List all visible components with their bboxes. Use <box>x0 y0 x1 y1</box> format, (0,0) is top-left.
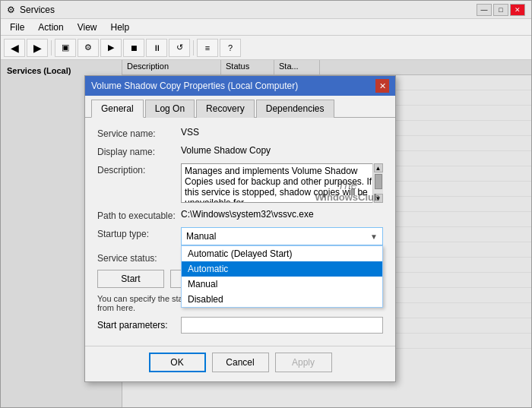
start-params-row: Start parameters: <box>97 317 383 334</box>
display-name-label: Display name: <box>97 145 181 157</box>
description-label: Description: <box>97 163 181 176</box>
menu-view[interactable]: View <box>71 21 103 34</box>
apply-button[interactable]: Apply <box>275 353 332 372</box>
window-title: Services <box>20 5 55 15</box>
title-bar-left: ⚙ Services <box>7 5 55 15</box>
menu-file[interactable]: File <box>4 21 30 34</box>
dropdown-item-delayed[interactable]: Automatic (Delayed Start) <box>182 246 382 261</box>
cancel-button[interactable]: Cancel <box>212 353 269 372</box>
startup-row: Startup type: Manual ▼ Automatic (Delaye… <box>97 227 383 245</box>
startup-select[interactable]: Manual ▼ <box>181 227 383 245</box>
dialog-title: Volume Shadow Copy Properties (Local Com… <box>91 81 298 91</box>
startup-dropdown: Automatic (Delayed Start) Automatic Manu… <box>181 245 383 308</box>
service-name-value: VSS <box>181 127 199 138</box>
tab-dependencies[interactable]: Dependencies <box>256 100 334 118</box>
start-params-input[interactable] <box>181 317 383 334</box>
close-button[interactable]: ✕ <box>510 4 525 16</box>
service-name-label: Service name: <box>97 127 181 139</box>
app-icon: ⚙ <box>7 5 15 15</box>
path-value-area: The WindowsClub C:\Windows\system32\vssv… <box>181 209 383 220</box>
dialog-footer: OK Cancel Apply <box>85 346 395 381</box>
minimize-button[interactable]: — <box>477 4 492 16</box>
start-params-label: Start parameters: <box>97 320 181 331</box>
toolbar-sep1 <box>51 40 52 55</box>
menu-action[interactable]: Action <box>32 21 69 34</box>
toolbar-help[interactable]: ? <box>220 39 241 57</box>
dropdown-item-manual[interactable]: Manual <box>182 277 382 292</box>
dropdown-item-disabled[interactable]: Disabled <box>182 292 382 307</box>
menu-help[interactable]: Help <box>105 21 136 34</box>
dialog-close-button[interactable]: ✕ <box>375 79 389 93</box>
dialog-title-bar: Volume Shadow Copy Properties (Local Com… <box>85 76 395 96</box>
tab-recovery[interactable]: Recovery <box>196 100 255 118</box>
chevron-down-icon: ▼ <box>370 232 378 241</box>
toolbar-btn1[interactable]: ▣ <box>55 39 76 57</box>
maximize-button[interactable]: □ <box>493 4 508 16</box>
toolbar-sep2 <box>193 40 194 55</box>
toolbar-btn2[interactable]: ⚙ <box>78 39 99 57</box>
display-name-row: Display name: Volume Shadow Copy <box>97 145 383 157</box>
toolbar-forward[interactable]: ▶ <box>27 39 48 57</box>
content-area: Services (Local) Description Status Sta.… <box>1 60 531 407</box>
toolbar-properties[interactable]: ≡ <box>197 39 218 57</box>
main-window: ⚙ Services — □ ✕ File Action View Help ◀… <box>0 0 532 408</box>
path-row: Path to executable: The WindowsClub C:\W… <box>97 209 383 221</box>
path-label: Path to executable: <box>97 209 181 221</box>
toolbar-back[interactable]: ◀ <box>4 39 25 57</box>
dropdown-item-automatic[interactable]: Automatic <box>182 261 382 277</box>
tab-general[interactable]: General <box>91 100 144 118</box>
status-label: Service status: <box>97 251 181 264</box>
startup-select-container: Manual ▼ Automatic (Delayed Start) Autom… <box>181 227 383 245</box>
toolbar: ◀ ▶ ▣ ⚙ ▶ ⏹ ⏸ ↺ ≡ ? <box>1 36 531 60</box>
dialog-content: Service name: VSS Display name: Volume S… <box>85 118 395 343</box>
dialog-tabs: General Log On Recovery Dependencies <box>85 96 395 118</box>
title-bar: ⚙ Services — □ ✕ <box>1 1 531 19</box>
watermark-line2: WindowsClub <box>315 191 380 203</box>
tab-logon[interactable]: Log On <box>145 100 195 118</box>
watermark-line1: The <box>315 179 380 191</box>
path-value: C:\Windows\system32\vssvc.exe <box>181 209 314 220</box>
display-name-value: Volume Shadow Copy <box>181 145 271 156</box>
startup-label: Startup type: <box>97 227 181 239</box>
service-name-row: Service name: VSS <box>97 127 383 139</box>
start-button[interactable]: Start <box>97 270 164 288</box>
toolbar-stop[interactable]: ⏹ <box>123 39 144 57</box>
menu-bar: File Action View Help <box>1 19 531 36</box>
properties-dialog: Volume Shadow Copy Properties (Local Com… <box>84 75 396 382</box>
dialog-overlay: Volume Shadow Copy Properties (Local Com… <box>1 60 531 407</box>
ok-button[interactable]: OK <box>149 353 206 372</box>
title-bar-controls: — □ ✕ <box>477 4 525 16</box>
toolbar-play[interactable]: ▶ <box>100 39 122 57</box>
toolbar-pause[interactable]: ⏸ <box>146 39 167 57</box>
startup-selected-value: Manual <box>186 231 216 242</box>
scroll-up-arrow[interactable]: ▲ <box>374 163 383 172</box>
watermark: The WindowsClub <box>315 179 380 203</box>
toolbar-restart[interactable]: ↺ <box>169 39 190 57</box>
